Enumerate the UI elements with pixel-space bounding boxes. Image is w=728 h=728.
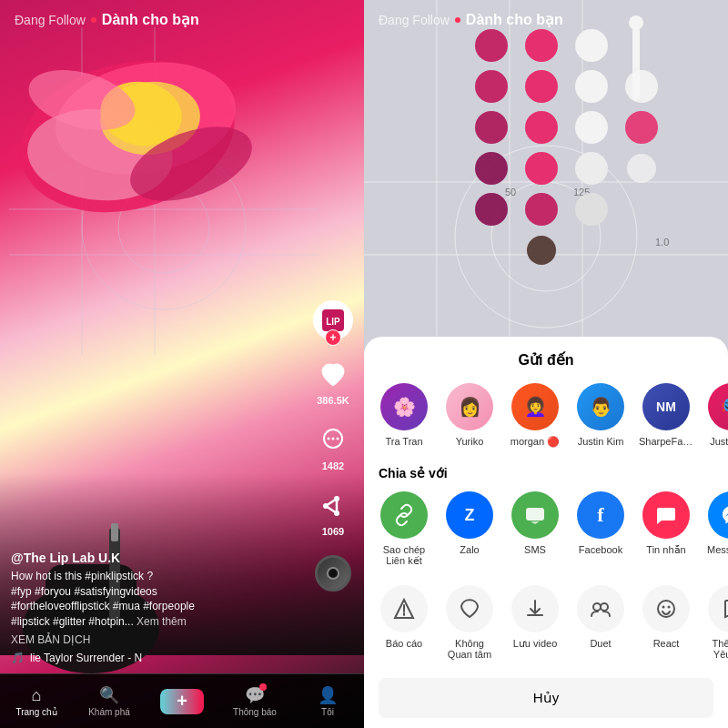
- svg-point-40: [475, 111, 508, 144]
- action-add-favorite[interactable]: Thêm vàYêu thíc: [706, 585, 728, 660]
- action-not-interested[interactable]: KhôngQuan tâm: [444, 585, 495, 660]
- friend-item-sharpe[interactable]: NM SharpeFamilySingers: [641, 383, 692, 448]
- report-label: Báo cáo: [386, 638, 422, 649]
- friend-item-yuriko[interactable]: 👩 Yuriko: [444, 383, 495, 448]
- facebook-label: Facebook: [579, 544, 622, 555]
- friend-item-justin-kim[interactable]: 👨 Justin Kim: [575, 383, 626, 448]
- see-more-link[interactable]: Xem thêm: [136, 615, 187, 628]
- svg-point-53: [625, 70, 658, 103]
- message-icon: [642, 491, 690, 539]
- svg-point-61: [601, 603, 608, 611]
- svg-point-44: [525, 70, 558, 103]
- search-icon: 🔍: [99, 685, 119, 705]
- svg-point-47: [525, 193, 558, 226]
- svg-point-39: [475, 70, 508, 103]
- svg-rect-16: [111, 523, 118, 541]
- share-options-list: Sao chépLiên kết Z Zalo SMS f Facebook: [364, 491, 728, 567]
- friend-item-tra-tran[interactable]: 🌸 Tra Tran: [379, 383, 430, 448]
- action-report[interactable]: Báo cáo: [379, 585, 430, 660]
- music-text: lie Taylor Surrender - N: [30, 652, 142, 664]
- for-you-tab-right[interactable]: Dành cho bạn: [466, 11, 563, 28]
- messenger-icon: [708, 491, 728, 539]
- nav-item-home[interactable]: ⌂ Trang chủ: [0, 686, 73, 717]
- friend-name-yuriko: Yuriko: [456, 436, 484, 447]
- friend-avatar-yuriko: 👩: [446, 383, 493, 430]
- share-option-messenger[interactable]: Messeng...: [706, 491, 728, 567]
- search-label: Khám phá: [88, 707, 130, 717]
- music-disc-center: [327, 567, 339, 580]
- cancel-button[interactable]: Hủy: [379, 678, 713, 718]
- comment-action[interactable]: 1482: [317, 424, 349, 471]
- friend-avatar-justin-kim: 👨: [577, 383, 624, 430]
- video-background-right: 50 125 1.0: [364, 0, 728, 382]
- share-count: 1069: [322, 526, 344, 537]
- music-disc-icon: [315, 555, 351, 592]
- for-you-tab-left[interactable]: Dành cho bạn: [102, 11, 199, 28]
- add-button[interactable]: +: [163, 689, 201, 714]
- duet-label: Duet: [590, 638, 611, 649]
- svg-point-51: [575, 152, 608, 185]
- friends-list: 🌸 Tra Tran 👩 Yuriko 👩‍🦱 morgan 🔴 👨 Justi…: [364, 383, 728, 448]
- friend-item-justin-vib[interactable]: 🎭 Justin Vib: [706, 383, 728, 448]
- inbox-notification-badge: [259, 683, 267, 691]
- copy-link-label: Sao chépLiên kết: [383, 544, 425, 567]
- svg-text:50: 50: [505, 187, 516, 197]
- inbox-label: Thông báo: [233, 707, 277, 717]
- svg-point-22: [332, 438, 335, 440]
- friend-avatar-morgan: 👩‍🦱: [511, 383, 559, 430]
- following-tab-left[interactable]: Đang Follow: [15, 13, 86, 27]
- right-actions-panel: LIP + 386.5K 14: [313, 300, 353, 592]
- share-icon: [317, 490, 349, 522]
- nav-item-profile[interactable]: 👤 Tôi: [291, 685, 364, 717]
- top-navigation-right: Đang Follow Dành cho bạn: [364, 0, 728, 39]
- action-save-video[interactable]: Lưu video: [510, 585, 561, 660]
- add-favorite-icon: [708, 585, 728, 632]
- following-tab-right[interactable]: Đang Follow: [379, 13, 450, 27]
- share-option-copy[interactable]: Sao chépLiên kết: [379, 491, 430, 567]
- svg-point-42: [475, 193, 508, 226]
- nav-item-search[interactable]: 🔍 Khám phá: [73, 685, 146, 717]
- comment-count: 1482: [322, 460, 344, 471]
- svg-point-52: [575, 193, 608, 226]
- friend-avatar-justin-vib: 🎭: [708, 383, 728, 430]
- share-option-message[interactable]: Tin nhắn: [641, 491, 692, 567]
- music-note-icon: 🎵: [11, 652, 25, 664]
- friend-name-justin-kim: Justin Kim: [578, 436, 624, 447]
- share-panel: Gửi đến 🌸 Tra Tran 👩 Yuriko 👩‍🦱 morgan 🔴…: [364, 337, 728, 728]
- nav-follow-section[interactable]: Đang Follow Dành cho bạn: [15, 11, 199, 28]
- svg-point-63: [662, 606, 665, 609]
- svg-rect-59: [526, 508, 544, 521]
- nav-item-inbox[interactable]: 💬 Thông báo: [218, 685, 291, 717]
- share-action[interactable]: 1069: [317, 490, 349, 537]
- save-video-label: Lưu video: [513, 638, 558, 650]
- home-icon: ⌂: [32, 686, 42, 705]
- duet-icon: [577, 585, 624, 632]
- nav-item-add[interactable]: +: [146, 689, 218, 714]
- action-react[interactable]: React: [641, 585, 692, 660]
- svg-point-55: [627, 154, 656, 183]
- comment-icon: [317, 424, 349, 457]
- bottom-navigation: ⌂ Trang chủ 🔍 Khám phá + 💬 Thông báo 👤 T…: [0, 673, 364, 728]
- profile-label: Tôi: [321, 707, 334, 717]
- friend-name-justin-vib: Justin Vib: [710, 436, 728, 447]
- friend-avatar-tra-tran: 🌸: [380, 383, 428, 430]
- nav-follow-section-right[interactable]: Đang Follow Dành cho bạn: [379, 11, 563, 28]
- creator-username[interactable]: @The Lip Lab U.K: [11, 551, 309, 565]
- friend-item-morgan[interactable]: 👩‍🦱 morgan 🔴: [510, 383, 561, 448]
- zalo-icon: Z: [446, 491, 493, 539]
- friend-name-tra-tran: Tra Tran: [385, 436, 422, 447]
- share-option-zalo[interactable]: Z Zalo: [444, 491, 495, 567]
- svg-point-23: [337, 438, 339, 440]
- share-option-sms[interactable]: SMS: [510, 491, 561, 567]
- video-info: @The Lip Lab U.K How hot is this #pinkli…: [11, 551, 309, 664]
- creator-avatar-container[interactable]: LIP +: [313, 300, 353, 340]
- follow-plus-button[interactable]: +: [325, 329, 341, 346]
- react-label: React: [653, 638, 680, 649]
- share-with-label: Chia sẻ với: [364, 466, 728, 480]
- translate-button[interactable]: XEM BẢN DỊCH: [11, 633, 309, 646]
- friend-name-sharpe: SharpeFamilySingers: [639, 436, 693, 447]
- like-action[interactable]: 386.5K: [317, 359, 349, 406]
- action-duet[interactable]: Duet: [575, 585, 626, 660]
- share-option-facebook[interactable]: f Facebook: [575, 491, 626, 567]
- svg-text:1.0: 1.0: [655, 237, 669, 248]
